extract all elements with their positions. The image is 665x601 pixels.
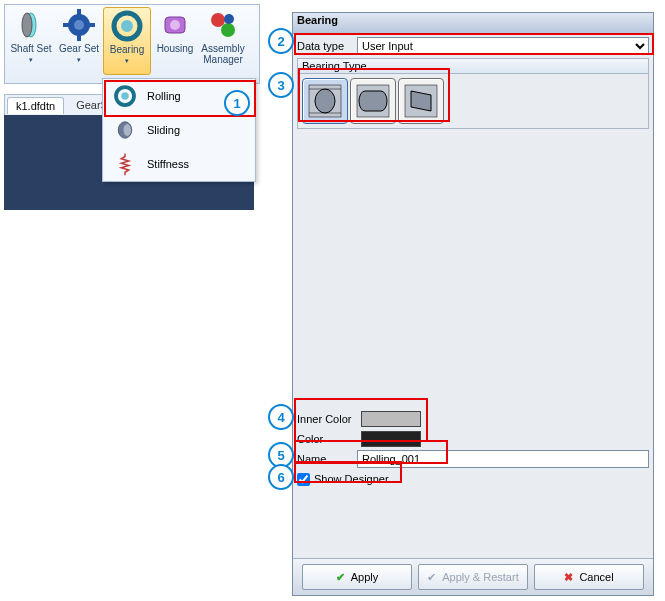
name-label: Name: [297, 453, 357, 465]
dropdown-sliding-label: Sliding: [147, 124, 180, 136]
annotation-3: 3: [268, 72, 294, 98]
ribbon-gear-label: Gear Set: [59, 43, 99, 54]
annotation-2: 2: [268, 28, 294, 54]
datatype-select[interactable]: User Input: [357, 37, 649, 55]
svg-rect-7: [89, 23, 95, 27]
inner-color-swatch[interactable]: [361, 411, 421, 427]
svg-point-13: [221, 23, 235, 37]
panel-title: Bearing: [293, 13, 653, 34]
bearing-type-1[interactable]: [302, 78, 348, 124]
ribbon-assembly-manager[interactable]: Assembly Manager: [199, 7, 247, 75]
svg-point-16: [121, 92, 129, 100]
stiffness-icon: [113, 152, 137, 176]
svg-rect-4: [77, 9, 81, 15]
bearing-type-3[interactable]: [398, 78, 444, 124]
svg-rect-6: [63, 23, 69, 27]
sliding-icon: [113, 118, 137, 142]
ribbon: Shaft Set▾ Gear Set▾ Bearing▾ Housing As…: [4, 4, 260, 84]
bearing-icon: [111, 10, 143, 42]
svg-point-18: [124, 124, 132, 136]
ribbon-bearing-label: Bearing: [110, 44, 144, 55]
show-designer-checkbox[interactable]: [297, 473, 310, 486]
assembly-icon: [207, 9, 239, 41]
tab-file-1[interactable]: k1.dfdtn: [7, 97, 64, 114]
dropdown-sliding[interactable]: Sliding: [103, 113, 255, 147]
svg-point-11: [170, 20, 180, 30]
rolling-icon: [113, 84, 137, 108]
svg-point-20: [315, 89, 335, 113]
svg-point-1: [22, 13, 32, 37]
housing-icon: [159, 9, 191, 41]
panel-footer: ✔Apply ✔Apply & Restart ✖Cancel: [293, 558, 653, 595]
cancel-button[interactable]: ✖Cancel: [534, 564, 644, 590]
ribbon-shaft-label: Shaft Set: [10, 43, 51, 54]
ribbon-housing[interactable]: Housing: [151, 7, 199, 75]
inner-color-label: Inner Color: [297, 413, 357, 425]
dropdown-rolling-label: Rolling: [147, 90, 181, 102]
bearing-type-2[interactable]: [350, 78, 396, 124]
bearing-type-header: Bearing Type: [298, 59, 648, 74]
annotation-6: 6: [268, 464, 294, 490]
check-icon: ✔: [427, 571, 436, 584]
svg-point-12: [211, 13, 225, 27]
annotation-4: 4: [268, 404, 294, 430]
cross-icon: ✖: [564, 571, 573, 584]
dropdown-stiffness-label: Stiffness: [147, 158, 189, 170]
check-icon: ✔: [336, 571, 345, 584]
name-input[interactable]: [357, 450, 649, 468]
ribbon-bearing[interactable]: Bearing▾: [103, 7, 151, 75]
color-label: Color: [297, 433, 357, 445]
ribbon-gear-set[interactable]: Gear Set▾: [55, 7, 103, 75]
shaft-icon: [15, 9, 47, 41]
gear-icon: [63, 9, 95, 41]
show-designer-label: Show Designer: [314, 473, 389, 485]
datatype-label: Data type: [297, 40, 357, 52]
apply-button[interactable]: ✔Apply: [302, 564, 412, 590]
bearing-panel: Bearing Data type User Input Bearing Typ…: [292, 12, 654, 596]
bearing-type-group: Bearing Type: [297, 58, 649, 129]
dropdown-stiffness[interactable]: Stiffness: [103, 147, 255, 181]
svg-point-14: [224, 14, 234, 24]
svg-rect-5: [77, 35, 81, 41]
svg-point-3: [74, 20, 84, 30]
apply-restart-button[interactable]: ✔Apply & Restart: [418, 564, 528, 590]
ribbon-housing-label: Housing: [157, 43, 194, 54]
ribbon-shaft-set[interactable]: Shaft Set▾: [7, 7, 55, 75]
annotation-1: 1: [224, 90, 250, 116]
ribbon-assembly-label: Assembly Manager: [199, 43, 247, 65]
color-swatch[interactable]: [361, 431, 421, 447]
svg-point-9: [121, 20, 133, 32]
